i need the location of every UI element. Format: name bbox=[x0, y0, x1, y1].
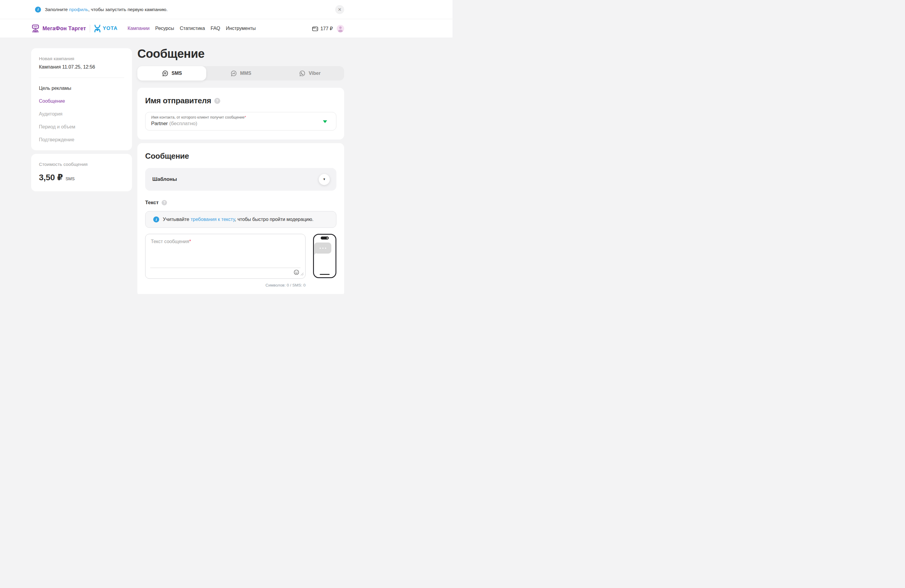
note-suffix: , чтобы быстро пройти модерацию. bbox=[235, 217, 314, 222]
tab-viber[interactable]: Viber bbox=[275, 66, 344, 81]
nav-item-campaigns[interactable]: Кампании bbox=[127, 26, 150, 31]
yota-logo[interactable]: YOTA bbox=[94, 25, 117, 32]
balance-value: 177 ₽ bbox=[321, 26, 333, 32]
brand-name: МегаФон Таргет bbox=[43, 25, 86, 32]
campaign-steps-card: Новая кампания Кампания 11.07.25, 12:56 … bbox=[31, 48, 132, 150]
brand-divider bbox=[90, 25, 90, 32]
chevron-down-icon: ▼ bbox=[323, 178, 326, 181]
channel-tabs: SMS MMS Viber bbox=[137, 66, 344, 81]
step-audience: Аудитория bbox=[39, 111, 124, 117]
sender-field-label: Имя контакта, от которого клиент получит… bbox=[151, 115, 321, 119]
app-header: МегаФон Таргет YOTA Кампании Ресурсы Ста… bbox=[0, 19, 452, 38]
text-label: Текст bbox=[145, 200, 159, 206]
divider bbox=[39, 78, 124, 78]
tab-sms-label: SMS bbox=[171, 71, 182, 76]
cost-unit: SMS bbox=[65, 176, 75, 181]
wallet-icon bbox=[312, 26, 318, 32]
cost-value: 3,50 ₽ bbox=[39, 172, 63, 182]
placeholder-text: Текст сообщения bbox=[151, 239, 189, 244]
campaign-name: Кампания 11.07.25, 12:56 bbox=[39, 64, 124, 70]
sender-heading: Имя отправителя bbox=[145, 96, 211, 105]
megafon-target-logo[interactable]: МегаФон Таргет bbox=[31, 24, 86, 33]
message-heading: Сообщение bbox=[145, 151, 189, 161]
sender-name-card: Имя отправителя ? Имя контакта, от котор… bbox=[137, 88, 344, 140]
tab-mms[interactable]: MMS bbox=[206, 66, 275, 81]
sender-value-name: Partner bbox=[151, 121, 168, 126]
step-goal[interactable]: Цель рекламы bbox=[39, 86, 124, 91]
nav-item-statistics[interactable]: Статистика bbox=[180, 26, 205, 31]
templates-expand-button[interactable]: ▼ bbox=[319, 174, 330, 185]
templates-label: Шаблоны bbox=[152, 176, 177, 182]
sidebar: Новая кампания Кампания 11.07.25, 12:56 … bbox=[31, 48, 132, 191]
phone-home-indicator bbox=[320, 274, 330, 275]
banner-text-suffix: , чтобы запустить первую кампанию. bbox=[88, 7, 168, 12]
top-banner: i Заполните профиль, чтобы запустить пер… bbox=[0, 0, 452, 19]
steps-list: Цель рекламы Сообщение Аудитория Период … bbox=[39, 86, 124, 143]
page-title: Сообщение bbox=[137, 47, 344, 60]
sms-bubble-icon bbox=[162, 70, 168, 77]
profile-link[interactable]: профиль bbox=[69, 7, 88, 12]
info-icon: i bbox=[35, 6, 41, 13]
textarea-divider bbox=[150, 268, 300, 268]
message-text-input[interactable]: Текст сообщения* bbox=[145, 234, 306, 279]
note-text: Учитывайте требования к тексту, чтобы бы… bbox=[163, 217, 313, 222]
resize-handle-icon[interactable] bbox=[300, 272, 304, 277]
note-prefix: Учитывайте bbox=[163, 217, 191, 222]
message-placeholder: Текст сообщения* bbox=[151, 239, 191, 244]
close-icon: ✕ bbox=[338, 7, 342, 12]
tab-viber-label: Viber bbox=[308, 71, 321, 76]
nav-item-faq[interactable]: FAQ bbox=[211, 26, 220, 31]
emoji-icon bbox=[294, 269, 299, 275]
banner-text: Заполните профиль, чтобы запустить перву… bbox=[45, 7, 168, 12]
char-sms-counter: Символов: 0 / SMS: 0 bbox=[265, 283, 306, 288]
content: Новая кампания Кампания 11.07.25, 12:56 … bbox=[31, 38, 344, 294]
text-help-icon[interactable]: ? bbox=[162, 200, 167, 205]
mms-bubble-icon bbox=[230, 70, 237, 77]
banner-close-button[interactable]: ✕ bbox=[335, 5, 344, 14]
megafon-mask-icon bbox=[31, 24, 40, 33]
moderation-note: i Учитывайте требования к тексту, чтобы … bbox=[145, 211, 337, 228]
cost-title: Стоимость сообщения bbox=[39, 162, 124, 167]
user-icon bbox=[337, 25, 344, 32]
banner-text-prefix: Заполните bbox=[45, 7, 69, 12]
step-period: Период и объем bbox=[39, 124, 124, 130]
campaign-type-label: Новая кампания bbox=[39, 56, 124, 61]
message-card: Сообщение Шаблоны ▼ Текст ? i Учитывайте… bbox=[137, 143, 344, 294]
tab-sms[interactable]: SMS bbox=[137, 66, 206, 81]
required-mark: * bbox=[245, 115, 246, 119]
text-requirements-link[interactable]: требования к тексту bbox=[191, 217, 235, 222]
dropdown-arrow-icon bbox=[323, 120, 327, 123]
phone-mockup bbox=[313, 234, 337, 278]
step-message[interactable]: Сообщение bbox=[39, 99, 124, 104]
sender-select[interactable]: Имя контакта, от которого клиент получит… bbox=[145, 112, 337, 130]
tab-mms-label: MMS bbox=[240, 71, 251, 76]
phone-island bbox=[321, 237, 329, 240]
emoji-button[interactable] bbox=[294, 269, 299, 276]
nav-item-tools[interactable]: Инструменты bbox=[226, 26, 256, 31]
viber-bubble-icon bbox=[298, 70, 306, 77]
message-cost-card: Стоимость сообщения 3,50 ₽ SMS bbox=[31, 154, 132, 191]
balance-button[interactable]: 177 ₽ bbox=[312, 26, 333, 32]
templates-accordion[interactable]: Шаблоны ▼ bbox=[145, 168, 337, 191]
sender-field-label-text: Имя контакта, от которого клиент получит… bbox=[151, 115, 245, 119]
placeholder-required-mark: * bbox=[189, 239, 191, 244]
help-icon[interactable]: ? bbox=[214, 98, 220, 104]
step-confirmation: Подтверждение bbox=[39, 137, 124, 143]
yota-wordmark: YOTA bbox=[103, 25, 117, 32]
note-info-icon: i bbox=[153, 216, 159, 222]
sender-value-note: (бесплатно) bbox=[169, 121, 197, 126]
main-nav: Кампании Ресурсы Статистика FAQ Инструме… bbox=[127, 26, 256, 31]
main-panel: Сообщение SMS MMS bbox=[137, 48, 344, 294]
nav-item-resources[interactable]: Ресурсы bbox=[155, 26, 174, 31]
yota-person-icon bbox=[94, 25, 101, 32]
sender-value: Partner (бесплатно) bbox=[151, 121, 321, 127]
message-bubble-preview bbox=[314, 243, 331, 254]
avatar[interactable] bbox=[337, 25, 344, 32]
